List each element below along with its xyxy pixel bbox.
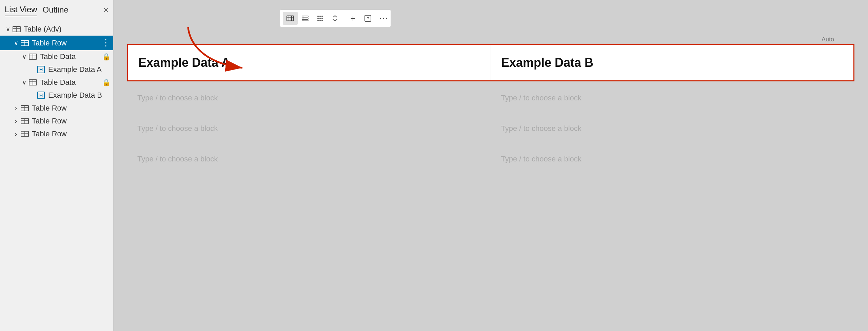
sort-button[interactable]: [328, 12, 342, 25]
chevron-icon: ∨: [4, 25, 12, 33]
tab-list-view[interactable]: List View: [5, 3, 37, 16]
svg-point-34: [319, 18, 321, 19]
chevron-icon: ›: [12, 131, 20, 138]
tree-label-table-row-3: Table Row: [32, 117, 111, 125]
cell-example-data-a: Example Data A: [128, 45, 491, 80]
svg-point-35: [321, 18, 323, 19]
cell-example-data-b: Example Data B: [491, 45, 853, 80]
align-button[interactable]: [298, 12, 313, 25]
heading-icon: H: [36, 66, 46, 73]
selected-table-row[interactable]: Example Data A Example Data B: [127, 44, 854, 81]
ghost-row-3[interactable]: Type / to choose a block Type / to choos…: [127, 144, 854, 174]
toolbar-divider-2: [377, 13, 377, 23]
table-data-icon-2: [28, 79, 38, 86]
add-button[interactable]: +: [346, 12, 360, 25]
ghost-cell-1b: Type / to choose a block: [491, 83, 855, 113]
svg-point-30: [317, 16, 319, 17]
table-data-icon: [28, 53, 38, 60]
svg-point-31: [319, 16, 321, 17]
more-button[interactable]: ⋮: [378, 12, 388, 25]
toolbar: + ⋮: [280, 9, 391, 27]
svg-point-33: [317, 18, 319, 19]
tree-item-table-row-3[interactable]: › Table Row: [0, 115, 113, 128]
auto-label: Auto: [822, 36, 834, 43]
tree-item-table-row-4[interactable]: › Table Row: [0, 128, 113, 140]
table-row-icon-2: [20, 104, 30, 112]
close-button[interactable]: ×: [103, 5, 108, 14]
lock-icon-2: 🔒: [102, 78, 111, 86]
chevron-icon: ∨: [20, 53, 28, 60]
svg-rect-22: [287, 16, 294, 21]
toolbar-divider-1: [344, 13, 344, 23]
table-row-icon: [20, 39, 30, 47]
tree-item-table-adv[interactable]: ∨ Table (Adv): [0, 23, 113, 36]
tree-label-table-adv: Table (Adv): [24, 25, 111, 34]
svg-rect-39: [365, 15, 371, 21]
tree-item-table-data-2[interactable]: ∨ Table Data 🔒: [0, 76, 113, 89]
chevron-icon: ›: [12, 118, 20, 125]
ghost-row-2[interactable]: Type / to choose a block Type / to choos…: [127, 113, 854, 144]
svg-point-32: [321, 16, 323, 17]
tree-item-table-row-2[interactable]: › Table Row: [0, 102, 113, 115]
tree-label-table-data-1: Table Data: [40, 52, 102, 61]
tree-label-table-row-2: Table Row: [32, 104, 111, 113]
tree-label-table-row-4: Table Row: [32, 130, 111, 138]
tree-item-example-data-b[interactable]: › H Example Data B: [0, 89, 113, 102]
tab-outline[interactable]: Outline: [43, 4, 68, 16]
tree-label-table-data-2: Table Data: [40, 78, 102, 87]
sidebar: List View Outline × ∨ Table (Adv) ∨: [0, 0, 114, 331]
table-row-icon-4: [20, 130, 30, 138]
chevron-icon: ∨: [20, 79, 28, 86]
grid-button[interactable]: [313, 12, 328, 25]
expand-button[interactable]: [360, 12, 375, 25]
table-row-icon-3: [20, 117, 30, 125]
chevron-icon: ∨: [12, 39, 20, 47]
heading-icon-b: H: [36, 92, 46, 99]
tree-item-table-row-1[interactable]: ∨ Table Row ⋮: [0, 36, 113, 50]
table-adv-icon: [12, 25, 22, 33]
tree-label-table-row-1: Table Row: [32, 39, 101, 47]
svg-point-38: [321, 20, 323, 21]
main-area: + ⋮ Auto Example Data A Example Data B T…: [114, 0, 868, 331]
content-area: Example Data A Example Data B Type / to …: [127, 44, 854, 174]
sidebar-tree: ∨ Table (Adv) ∨ Table Row ⋮: [0, 20, 113, 331]
ghost-row-1[interactable]: Type / to choose a block Type / to choos…: [127, 83, 854, 113]
ghost-cell-3a: Type / to choose a block: [127, 144, 491, 174]
ghost-cell-1a: Type / to choose a block: [127, 83, 491, 113]
tree-label-example-data-b: Example Data B: [48, 91, 111, 100]
ghost-cell-3b: Type / to choose a block: [491, 144, 855, 174]
chevron-icon: ›: [12, 105, 20, 112]
ghost-cell-2b: Type / to choose a block: [491, 113, 855, 143]
svg-point-37: [319, 20, 321, 21]
tree-item-table-data-1[interactable]: ∨ Table Data 🔒: [0, 50, 113, 63]
more-options-icon[interactable]: ⋮: [101, 38, 111, 48]
tree-item-example-data-a[interactable]: › H Example Data A: [0, 63, 113, 76]
svg-point-36: [317, 20, 319, 21]
table-button[interactable]: [283, 12, 298, 25]
tree-label-example-data-a: Example Data A: [48, 65, 111, 74]
sidebar-header: List View Outline ×: [0, 0, 113, 20]
ghost-cell-2a: Type / to choose a block: [127, 113, 491, 143]
lock-icon: 🔒: [102, 53, 111, 61]
